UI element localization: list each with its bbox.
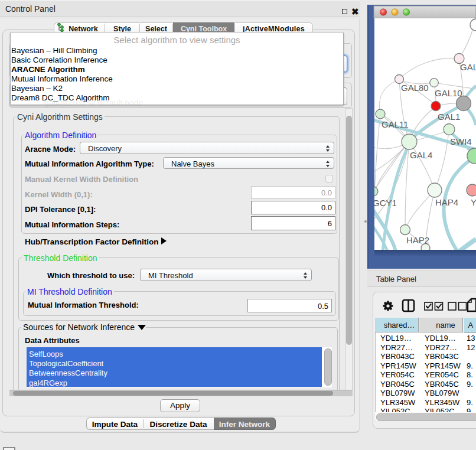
svg-text:YE: YE: [471, 197, 476, 207]
svg-text:HAP4: HAP4: [435, 197, 458, 207]
svg-text:GAL1: GAL1: [438, 112, 460, 122]
svg-text:GAL11: GAL11: [382, 119, 409, 129]
svg-text:SWI4: SWI4: [450, 136, 472, 146]
svg-text:GAL4: GAL4: [410, 150, 432, 160]
svg-text:GCY1: GCY1: [373, 198, 397, 208]
svg-text:GAL2: GAL2: [460, 62, 476, 72]
svg-text:GAL10: GAL10: [435, 88, 462, 98]
svg-text:HAP2: HAP2: [406, 235, 429, 245]
svg-text:GAL80: GAL80: [401, 83, 429, 93]
